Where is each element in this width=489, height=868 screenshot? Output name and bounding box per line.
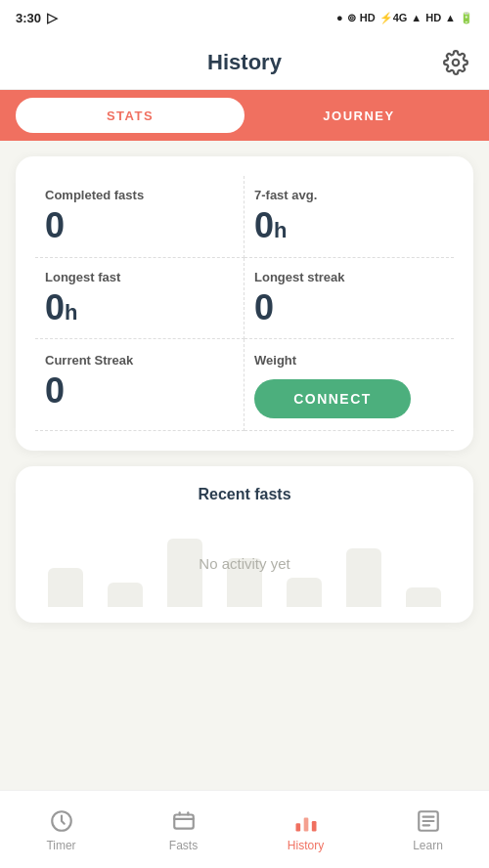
no-activity-label: No activity yet	[199, 555, 289, 572]
current-streak-label: Current Streak	[45, 353, 234, 368]
history-icon	[292, 807, 320, 835]
bottom-navigation: Timer Fasts History	[0, 790, 489, 868]
settings-icon[interactable]	[440, 47, 471, 78]
recent-fasts-title: Recent fasts	[35, 486, 454, 503]
chart-bar-7	[406, 587, 441, 607]
svg-rect-5	[311, 821, 316, 832]
current-streak-value: 0	[45, 371, 234, 411]
weight-cell: Weight CONNECT	[244, 339, 454, 431]
longest-fast-label: Longest fast	[45, 270, 234, 284]
nav-learn-label: Learn	[413, 839, 443, 852]
nav-learn[interactable]: Learn	[367, 807, 489, 852]
longest-fast-value: 0h	[45, 288, 234, 327]
svg-rect-2	[174, 814, 194, 828]
completed-fasts-cell: Completed fasts 0	[35, 176, 244, 258]
tab-stats[interactable]: STATS	[16, 98, 244, 133]
stats-card: Completed fasts 0 7-fast avg. 0h Longest…	[16, 156, 473, 451]
completed-fasts-value: 0	[45, 206, 234, 245]
nav-fasts[interactable]: Fasts	[122, 807, 244, 852]
chart-area: No activity yet	[35, 519, 454, 607]
header: History	[0, 35, 489, 90]
longest-streak-value: 0	[254, 288, 444, 327]
chart-bar-3	[167, 539, 202, 607]
chart-bar-5	[287, 578, 322, 607]
connect-button[interactable]: CONNECT	[254, 379, 411, 418]
seven-fast-avg-cell: 7-fast avg. 0h	[244, 176, 454, 258]
nav-history[interactable]: History	[244, 807, 367, 852]
nav-history-label: History	[288, 839, 324, 852]
nav-timer[interactable]: Timer	[0, 807, 122, 852]
seven-fast-avg-value: 0h	[254, 206, 444, 245]
timer-icon	[48, 807, 75, 835]
nav-timer-label: Timer	[46, 839, 75, 852]
completed-fasts-label: Completed fasts	[45, 188, 234, 202]
main-content: Completed fasts 0 7-fast avg. 0h Longest…	[0, 141, 489, 623]
fasts-icon	[170, 807, 198, 835]
tab-journey[interactable]: JOURNEY	[244, 98, 473, 133]
svg-rect-4	[303, 817, 308, 831]
stats-grid-bottom: Current Streak 0 Weight CONNECT	[35, 339, 454, 431]
learn-icon	[415, 807, 442, 835]
recent-fasts-card: Recent fasts No activity yet	[16, 466, 473, 623]
longest-streak-label: Longest streak	[254, 270, 444, 284]
nav-fasts-label: Fasts	[169, 839, 198, 852]
stats-journey-tabs: STATS JOURNEY	[0, 90, 489, 141]
status-time: 3:30 ▷	[16, 10, 58, 25]
svg-rect-3	[295, 823, 300, 831]
chart-bar-1	[48, 568, 83, 607]
longest-fast-cell: Longest fast 0h	[35, 258, 244, 340]
stats-grid-top: Completed fasts 0 7-fast avg. 0h Longest…	[35, 176, 454, 339]
svg-point-0	[453, 59, 460, 65]
chart-bar-6	[346, 548, 381, 607]
seven-fast-avg-label: 7-fast avg.	[254, 188, 444, 202]
current-streak-cell: Current Streak 0	[35, 339, 244, 431]
status-icons: ● ⊚ HD ⚡4G ▲ HD ▲ 🔋	[336, 12, 473, 24]
status-bar: 3:30 ▷ ● ⊚ HD ⚡4G ▲ HD ▲ 🔋	[0, 0, 489, 35]
weight-label: Weight	[254, 353, 444, 368]
page-title: History	[207, 50, 282, 75]
chart-bar-2	[108, 583, 143, 607]
longest-streak-cell: Longest streak 0	[244, 258, 454, 340]
